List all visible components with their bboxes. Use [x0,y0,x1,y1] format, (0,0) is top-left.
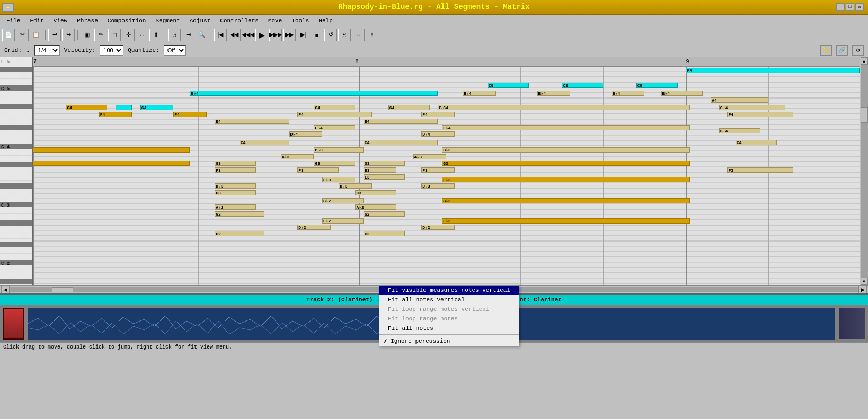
note-e3-1[interactable]: E3 [364,174,405,180]
note-eb2-long[interactable]: E♭2 [442,218,690,224]
note-ab3-2[interactable]: A♭3 [413,154,446,159]
vscroll-up-button[interactable]: ▲ [861,57,868,65]
tb-play[interactable]: ▶ [255,29,268,41]
tb-rewind-start[interactable]: |◀ [214,29,227,41]
menu-phrase[interactable]: Phrase [73,16,102,25]
menu-adjust[interactable]: Adjust [185,16,215,25]
note-f4-5[interactable]: F4 [727,112,793,117]
tb-solo[interactable]: S [338,29,351,41]
note-c5-3[interactable]: C5 [636,83,678,88]
menu-file[interactable]: File [2,16,24,25]
tb-select[interactable]: ▣ [81,29,93,41]
note-bb4-3[interactable]: B♭4 [537,91,570,96]
ctx-fit-visible[interactable]: Fit visible measures notes vertical [379,286,519,295]
note-e5-1[interactable]: E5 [686,68,860,73]
tb-redo[interactable]: ↪ [62,29,75,41]
note-ab2-2[interactable]: A♭2 [355,204,396,210]
vscroll-thumb[interactable] [861,107,868,123]
settings-icon[interactable]: ⚙ [852,45,864,56]
note-c2-1[interactable]: C2 [215,231,264,236]
note-eb3-long[interactable]: E♭3 [442,177,690,182]
tb-cut[interactable]: ✂ [16,29,29,41]
tb-back[interactable]: ◀◀◀ [242,29,254,41]
note-bb4-5[interactable]: B♭4 [661,91,703,96]
menu-help[interactable]: Help [314,16,336,25]
tb-move[interactable]: ✛ [122,29,135,41]
note-c5-1[interactable]: C5 [488,83,529,88]
note-g3-4[interactable]: G3 [364,161,405,166]
menu-controllers[interactable]: Controllers [216,16,263,25]
note-g3-1[interactable] [33,161,190,166]
maximize-button[interactable]: □ [846,3,854,11]
note-eb4-1[interactable]: E♭4 [314,125,355,130]
note-g4-5[interactable]: G4 [388,105,430,110]
note-db3-2[interactable]: D♭3 [339,183,371,189]
velocity-select[interactable]: 10064127 [100,45,123,56]
hscroll-right-button[interactable]: ▶ [858,286,867,294]
tb-end[interactable]: ▶| [297,29,309,41]
tb-erase[interactable]: ◻ [108,29,121,41]
note-f3-2[interactable]: F3 [297,167,339,173]
note-db2-2[interactable]: D♭2 [421,225,454,230]
note-f4-1[interactable]: F4 [99,112,132,117]
note-db4-2[interactable]: D♭4 [421,131,454,137]
tb-loop[interactable]: ↺ [324,29,337,41]
note-g3-2[interactable]: G3 [215,161,256,166]
ctx-fit-all[interactable]: Fit all notes [379,324,519,333]
menu-composition[interactable]: Composition [103,16,150,25]
note-eb2-1[interactable]: E♭2 [322,218,364,224]
tb-velocity[interactable]: ⬆ [149,29,162,41]
ctx-fit-all-vertical[interactable]: Fit all notes vertical [379,295,519,305]
note-c3-1[interactable]: C3 [215,190,256,195]
tb-pencil[interactable]: ✏ [94,29,107,41]
note-c4-2[interactable]: C4 [364,140,438,145]
tb-stop[interactable]: ■ [311,29,323,41]
note-bb4-long[interactable]: B♭4 [190,91,438,96]
menu-tools[interactable]: Tools [287,16,313,25]
note-c4-1[interactable]: C4 [240,140,289,145]
note-g4-3[interactable]: G4 [140,105,173,110]
tb-undo[interactable]: ↩ [48,29,61,41]
note-grid[interactable]: E5 C5 C5 C5 B♭4 B♭4 B♭4 B♭4 B♭4 A4 G4 G4… [33,67,860,285]
note-bb2-1[interactable]: B♭2 [322,198,364,203]
note-bb3-2[interactable]: B♭3 [314,147,364,153]
note-g2-1[interactable]: G2 [215,211,264,217]
note-ab3-1[interactable]: A♭3 [281,154,314,159]
tb-chord[interactable]: ♬ [168,29,181,41]
title-bar-left[interactable]: ▬ [2,2,14,12]
tb-tempo[interactable]: ! [366,29,378,41]
tb-rewind[interactable]: ◀◀ [228,29,241,41]
note-c3-2[interactable]: C3 [355,190,396,195]
menu-move[interactable]: Move [264,16,286,25]
snap-icon[interactable]: 🔗 [836,45,848,56]
vscroll-down-button[interactable]: ▼ [861,278,868,285]
note-g4-long[interactable]: G4 [442,105,690,110]
note-f3-1[interactable]: F3 [215,167,256,173]
note-d4-1[interactable]: D♭4 [719,128,760,133]
note-ab2-1[interactable]: A♭2 [215,204,256,210]
menu-segment[interactable]: Segment [151,16,184,25]
note-db4-1[interactable]: D♭4 [289,131,322,137]
tb-new[interactable]: 📄 [2,29,15,41]
ctx-ignore-percussion[interactable]: ✗ Ignore percussion [379,336,519,346]
tb-step[interactable]: ⇥ [182,29,194,41]
note-bb4-4[interactable]: B♭4 [612,91,644,96]
tb-fwd[interactable]: ▶▶▶ [269,29,282,41]
ruler-icon[interactable]: 📏 [820,45,832,56]
tb-resize[interactable]: ↔ [136,29,148,41]
note-bb2-long[interactable]: B♭2 [442,198,690,203]
menu-view[interactable]: View [49,16,72,25]
close-button[interactable]: ✕ [855,3,864,11]
vscroll-track[interactable] [861,65,868,278]
note-g4-1[interactable]: G4 [66,105,107,110]
note-eb4-long[interactable]: E♭4 [442,125,690,130]
note-e4-1[interactable]: E4 [215,119,289,124]
system-menu-button[interactable]: ▬ [2,3,14,12]
tb-zoom[interactable]: 🔍 [196,29,208,41]
hscroll-left-button[interactable]: ◀ [1,286,10,294]
note-bb3-1[interactable] [33,147,190,153]
note-db3-3[interactable]: D♭3 [421,183,454,189]
note-f3-5[interactable]: F3 [727,167,793,173]
note-f4-3[interactable]: F4 [297,112,371,117]
note-c2-2[interactable]: C2 [364,231,405,236]
